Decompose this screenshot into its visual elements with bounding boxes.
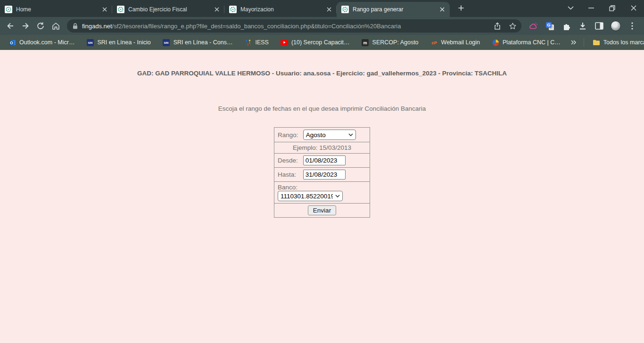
svg-text:m: m xyxy=(363,41,367,45)
fingads-favicon-icon xyxy=(117,6,124,13)
bookmark-star-button[interactable] xyxy=(509,22,517,30)
home-icon xyxy=(51,22,60,31)
browser-menu-button[interactable] xyxy=(627,21,637,31)
tab-close-icon[interactable] xyxy=(438,6,446,13)
tab-mayorizacion[interactable]: Mayorizacion xyxy=(224,2,337,17)
rango-label: Rango: xyxy=(278,131,301,139)
svg-text:cP: cP xyxy=(431,40,437,45)
bookmark-outlook[interactable]: O Outlook.com - Micr… xyxy=(5,37,78,48)
browser-window: Home Cambio Ejercicio Fiscal Mayorizacio… xyxy=(0,0,644,343)
date-range-form: Rango: Agosto Ejemplo: 15/03/2013 Desde: xyxy=(274,127,370,218)
minimize-button[interactable] xyxy=(580,0,602,16)
web-page-content: GAD: GAD PARROQUIAL VALLE HERMOSO - Usua… xyxy=(0,50,644,343)
sri-icon: SRI xyxy=(86,39,94,46)
desde-input[interactable] xyxy=(303,155,346,165)
table-row: Enviar xyxy=(274,204,370,218)
reload-button[interactable] xyxy=(33,19,48,33)
double-chevron-right-icon xyxy=(570,40,577,45)
url-domain: fingads.net xyxy=(82,23,112,30)
translate-icon: G xyxy=(545,22,554,31)
sri-icon: SRI xyxy=(163,39,170,46)
translate-extension-button[interactable]: G xyxy=(545,21,555,31)
outlook-icon: O xyxy=(8,39,16,46)
address-bar[interactable]: fingads.net/sf2/tesoreria/files/rango_e.… xyxy=(67,19,521,33)
bookmarks-overflow-button[interactable] xyxy=(569,37,579,48)
forward-icon xyxy=(21,22,30,30)
url-path: /sf2/tesoreria/files/rango_e.php?file_de… xyxy=(112,23,401,30)
desde-label: Desde: xyxy=(278,157,301,164)
bookmark-sri-consultas[interactable]: SRI SRI en Línea - Cons… xyxy=(159,37,237,48)
close-window-button[interactable] xyxy=(623,0,644,16)
bookmarks-separator xyxy=(584,38,584,47)
back-button[interactable] xyxy=(3,19,17,33)
sercop-icon: m xyxy=(362,39,369,46)
bookmark-sercop-youtube[interactable]: (10) Sercop Capacit… xyxy=(277,37,354,48)
hasta-row: Hasta: xyxy=(274,168,370,182)
profile-avatar[interactable] xyxy=(611,21,621,31)
hasta-label: Hasta: xyxy=(278,171,301,178)
fingads-favicon-icon xyxy=(5,6,12,13)
chevron-down-icon xyxy=(568,6,574,10)
bookmark-label: SERCOP: Agosto xyxy=(372,39,419,46)
rango-row: Rango: Agosto xyxy=(274,128,370,142)
fingads-favicon-icon xyxy=(341,6,349,13)
cpanel-icon: cP xyxy=(430,39,438,46)
reload-icon xyxy=(36,22,45,30)
iess-icon xyxy=(244,39,252,46)
new-tab-button[interactable] xyxy=(454,1,468,15)
banco-label: Banco: xyxy=(278,184,301,191)
share-button[interactable] xyxy=(493,22,501,30)
cloud-icon xyxy=(528,22,538,30)
bookmark-label: Plataforma CNC | C… xyxy=(503,39,561,46)
table-row: Hasta: xyxy=(274,168,370,182)
tab-cambio-ejercicio-fiscal[interactable]: Cambio Ejercicio Fiscal xyxy=(112,2,224,17)
ejemplo-hint: Ejemplo: 15/03/2013 xyxy=(274,142,370,154)
hasta-input[interactable] xyxy=(303,170,346,180)
bookmark-sercop[interactable]: m SERCOP: Agosto xyxy=(358,37,422,48)
share-icon xyxy=(493,22,501,30)
bookmarks-bar: O Outlook.com - Micr… SRI SRI en Línea -… xyxy=(0,35,644,50)
downloads-button[interactable] xyxy=(578,21,588,31)
lock-icon[interactable] xyxy=(73,23,78,29)
bookmarks-bar-right: Todos los marcadores xyxy=(569,37,644,48)
svg-text:O: O xyxy=(9,40,13,45)
svg-text:SRI: SRI xyxy=(88,41,92,44)
bookmark-label: Outlook.com - Micr… xyxy=(19,39,74,46)
kebab-menu-icon xyxy=(631,22,633,30)
tab-close-icon[interactable] xyxy=(213,6,221,13)
svg-text:SRI: SRI xyxy=(164,41,169,44)
restore-button[interactable] xyxy=(602,0,623,16)
extensions-button[interactable] xyxy=(561,21,571,31)
bookmark-iess[interactable]: IESS xyxy=(240,37,272,48)
banco-select[interactable]: 1110301.85220019 xyxy=(278,191,343,201)
tab-strip: Home Cambio Ejercicio Fiscal Mayorizacio… xyxy=(0,0,644,17)
desde-row: Desde: xyxy=(274,154,370,168)
tab-title: Home xyxy=(16,6,98,13)
tab-rango-para-generar[interactable]: Rango para generar xyxy=(337,2,450,17)
bookmark-sri-inicio[interactable]: SRI SRI en Línea - Inicio xyxy=(83,37,154,48)
home-button[interactable] xyxy=(49,19,63,33)
table-row: Desde: xyxy=(274,154,370,168)
plus-icon xyxy=(458,5,464,11)
banco-row: Banco: 1110301.85220019 xyxy=(274,182,370,204)
all-bookmarks-label: Todos los marcadores xyxy=(603,39,644,46)
bookmark-plataforma-cnc[interactable]: Plataforma CNC | C… xyxy=(488,37,564,48)
folder-icon xyxy=(593,39,600,46)
all-bookmarks-button[interactable]: Todos los marcadores xyxy=(589,37,644,48)
weather-extension-button[interactable] xyxy=(528,21,538,31)
rango-select[interactable]: Agosto xyxy=(303,130,356,140)
bookmark-webmail[interactable]: cP Webmail Login xyxy=(427,37,484,48)
tab-close-icon[interactable] xyxy=(101,6,108,13)
page-instruction: Escoja el rango de fechas en el que dese… xyxy=(0,105,644,112)
restore-icon xyxy=(609,5,615,11)
tab-close-icon[interactable] xyxy=(325,6,333,13)
bookmark-label: SRI en Línea - Cons… xyxy=(173,39,233,46)
tab-search-button[interactable] xyxy=(561,0,580,16)
window-controls xyxy=(561,0,644,16)
tab-home[interactable]: Home xyxy=(0,2,112,17)
enviar-button[interactable]: Enviar xyxy=(308,205,336,215)
forward-button[interactable] xyxy=(18,19,33,33)
table-row: Rango: Agosto xyxy=(274,128,370,142)
side-panel-button[interactable] xyxy=(594,21,604,31)
fingads-favicon-icon xyxy=(229,6,237,13)
